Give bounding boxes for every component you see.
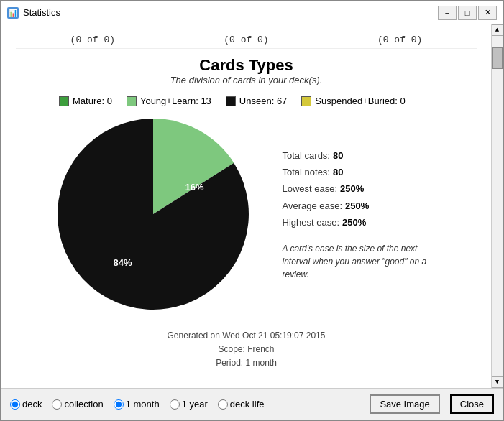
pie-label-84: 84% xyxy=(114,257,132,268)
highest-ease-value: 250% xyxy=(342,214,366,231)
radio-collection[interactable] xyxy=(52,399,62,410)
footer-info: Generated on Wed Oct 21 05:19:07 2015 Sc… xyxy=(16,329,477,371)
stat-lowest-ease: Lowest ease: 250% xyxy=(283,180,441,197)
pie-chart-svg xyxy=(52,114,254,315)
average-ease-label: Average ease: xyxy=(283,198,343,214)
radio-month[interactable] xyxy=(114,399,124,410)
lowest-ease-label: Lowest ease: xyxy=(283,180,338,197)
total-cards-label: Total cards: xyxy=(283,147,330,164)
legend-item-suspended: Suspended+Buried: 0 xyxy=(301,96,405,106)
radio-deck[interactable] xyxy=(10,399,20,410)
total-notes-value: 80 xyxy=(333,164,343,180)
footer-scope: Scope: French xyxy=(16,343,477,356)
legend-box-mature xyxy=(59,96,69,106)
pie-chart-container: 16% 84% xyxy=(52,114,254,315)
header-tabs-row: (0 of 0) (0 of 0) (0 of 0) xyxy=(16,32,477,49)
footer-period: Period: 1 month xyxy=(16,356,477,370)
scrollbar-thumb[interactable] xyxy=(492,47,503,69)
window-title: Statistics xyxy=(23,7,438,18)
header-tab-2: (0 of 0) xyxy=(224,34,268,45)
radio-collection-label[interactable]: collection xyxy=(52,399,103,410)
close-window-button[interactable]: ✕ xyxy=(478,6,497,20)
average-ease-value: 250% xyxy=(345,198,369,214)
header-tab-3: (0 of 0) xyxy=(377,34,422,45)
highest-ease-label: Highest ease: xyxy=(283,214,340,231)
legend-label-mature: Mature: 0 xyxy=(73,96,112,106)
app-icon: 📊 xyxy=(7,7,19,19)
minimize-button[interactable]: − xyxy=(438,6,457,20)
legend-item-young: Young+Learn: 13 xyxy=(127,96,211,106)
chart-title: Cards Types xyxy=(16,56,477,75)
legend-label-suspended: Suspended+Buried: 0 xyxy=(315,96,405,106)
chart-area: 16% 84% Total cards: 80 Total notes: 80 … xyxy=(16,114,477,315)
stat-total-cards: Total cards: 80 xyxy=(283,147,441,164)
scrollable-area: (0 of 0) (0 of 0) (0 of 0) Cards Types T… xyxy=(1,24,503,388)
stats-panel: Total cards: 80 Total notes: 80 Lowest e… xyxy=(283,147,441,282)
total-notes-label: Total notes: xyxy=(283,164,331,180)
scrollbar[interactable]: ▲ ▼ xyxy=(491,24,503,388)
legend-box-suspended xyxy=(301,96,311,106)
deck-life-label-text: deck life xyxy=(230,399,265,410)
legend-item-unseen: Unseen: 67 xyxy=(226,96,288,106)
content-area: (0 of 0) (0 of 0) (0 of 0) Cards Types T… xyxy=(1,24,491,388)
collection-label-text: collection xyxy=(64,399,103,410)
legend-box-young xyxy=(127,96,137,106)
deck-label-text: deck xyxy=(22,399,42,410)
stat-total-notes: Total notes: 80 xyxy=(283,164,441,180)
footer-generated: Generated on Wed Oct 21 05:19:07 2015 xyxy=(16,329,477,343)
month-label-text: 1 month xyxy=(126,399,160,410)
legend-label-unseen: Unseen: 67 xyxy=(239,96,288,106)
save-image-button[interactable]: Save Image xyxy=(370,394,439,414)
total-cards-value: 80 xyxy=(333,147,343,164)
year-label-text: 1 year xyxy=(182,399,208,410)
radio-deck-label[interactable]: deck xyxy=(10,399,42,410)
window-controls: − □ ✕ xyxy=(438,6,497,20)
main-window: 📊 Statistics − □ ✕ (0 of 0) (0 of 0) (0 … xyxy=(0,0,504,421)
legend-item-mature: Mature: 0 xyxy=(59,96,112,106)
header-tab-1: (0 of 0) xyxy=(70,34,115,45)
chart-subtitle: The division of cards in your deck(s). xyxy=(16,75,477,85)
scroll-up-arrow[interactable]: ▲ xyxy=(492,24,503,36)
legend-box-unseen xyxy=(226,96,236,106)
radio-year-label[interactable]: 1 year xyxy=(170,399,208,410)
title-bar: 📊 Statistics − □ ✕ xyxy=(1,1,503,24)
legend-label-young: Young+Learn: 13 xyxy=(140,96,211,106)
maximize-button[interactable]: □ xyxy=(458,6,477,20)
stat-average-ease: Average ease: 250% xyxy=(283,198,441,214)
pie-label-16: 16% xyxy=(185,182,204,193)
scroll-down-arrow[interactable]: ▼ xyxy=(492,376,503,388)
ease-note: A card's ease is the size of the next in… xyxy=(283,242,441,281)
close-button[interactable]: Close xyxy=(450,394,494,414)
bottom-bar: deck collection 1 month 1 year deck life… xyxy=(1,388,503,420)
chart-legend: Mature: 0 Young+Learn: 13 Unseen: 67 Sus… xyxy=(59,96,477,106)
radio-month-label[interactable]: 1 month xyxy=(114,399,160,410)
radio-deck-life-label[interactable]: deck life xyxy=(218,399,265,410)
stat-highest-ease: Highest ease: 250% xyxy=(283,214,441,231)
radio-year[interactable] xyxy=(170,399,180,410)
radio-deck-life[interactable] xyxy=(218,399,228,410)
lowest-ease-value: 250% xyxy=(340,180,364,197)
